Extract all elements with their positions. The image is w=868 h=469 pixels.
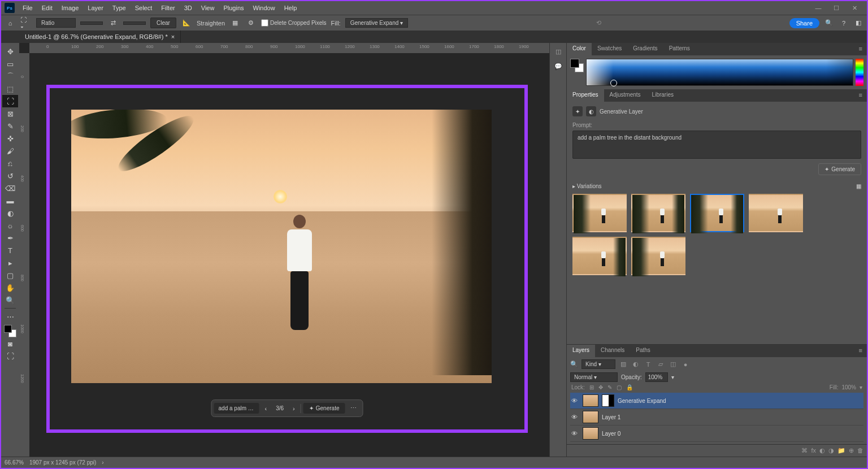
- menu-filter[interactable]: Filter: [157, 2, 179, 14]
- object-select-tool[interactable]: ⬚: [2, 82, 18, 95]
- clone-stamp-tool[interactable]: ⎌: [2, 157, 18, 170]
- prompt-input[interactable]: add a palm tree in the distant backgroun…: [572, 131, 861, 159]
- color-cursor[interactable]: [610, 80, 617, 86]
- straighten-icon[interactable]: 📐: [181, 18, 192, 29]
- workspace-icon[interactable]: ◧: [853, 18, 863, 28]
- taskbar-generate-button[interactable]: ✦ Generate: [303, 403, 345, 414]
- eraser-tool[interactable]: ⌫: [2, 182, 18, 194]
- undo-icon[interactable]: ⟲: [413, 19, 785, 27]
- lock-all-icon[interactable]: ⊞: [588, 384, 595, 390]
- layer-thumb[interactable]: [583, 394, 598, 407]
- new-group-icon[interactable]: 📁: [837, 447, 845, 454]
- swap-dims-icon[interactable]: ⇄: [107, 18, 119, 29]
- menu-view[interactable]: View: [197, 2, 219, 14]
- pen-tool[interactable]: ✒: [2, 232, 18, 244]
- menu-window[interactable]: Window: [249, 2, 280, 14]
- edit-toolbar[interactable]: ⋯: [2, 310, 18, 323]
- layers-panel-menu[interactable]: ≡: [854, 345, 867, 357]
- zoom-level[interactable]: 66.67%: [5, 459, 24, 466]
- clear-button[interactable]: Clear: [150, 18, 176, 28]
- layer-thumb[interactable]: [583, 427, 598, 440]
- tab-color[interactable]: Color: [567, 43, 592, 55]
- tab-layers[interactable]: Layers: [567, 345, 595, 357]
- layer-mask-thumb[interactable]: [602, 394, 614, 407]
- lock-position-icon[interactable]: ✥: [597, 384, 604, 390]
- marquee-tool[interactable]: ▭: [2, 58, 18, 70]
- filter-smart-icon[interactable]: ◫: [669, 360, 678, 369]
- tab-adjustments[interactable]: Adjustments: [604, 89, 646, 102]
- new-layer-icon[interactable]: ⊕: [849, 447, 854, 454]
- tab-swatches[interactable]: Swatches: [592, 43, 627, 55]
- help-icon[interactable]: ?: [839, 18, 849, 28]
- variations-grid-icon[interactable]: ▦: [856, 183, 861, 189]
- screenmode-tool[interactable]: ⛶: [2, 350, 18, 362]
- frame-tool[interactable]: ⊠: [2, 107, 18, 120]
- blend-mode-select[interactable]: Normal ▾: [570, 372, 618, 382]
- home-icon[interactable]: ⌂: [5, 18, 16, 29]
- close-icon[interactable]: ×: [171, 33, 175, 40]
- type-tool[interactable]: T: [2, 244, 18, 257]
- window-close[interactable]: ✕: [845, 5, 863, 12]
- color-field[interactable]: [586, 59, 853, 86]
- next-variation-button[interactable]: ›: [289, 403, 298, 414]
- document-tab[interactable]: Untitled-1 @ 66.7% (Generative Expand, R…: [19, 31, 181, 43]
- ratio-select[interactable]: Ratio: [36, 18, 76, 28]
- visibility-icon[interactable]: 👁: [571, 430, 579, 437]
- new-adjustment-icon[interactable]: ◑: [828, 447, 834, 454]
- tab-patterns[interactable]: Patterns: [663, 43, 696, 55]
- search-icon[interactable]: 🔍: [824, 18, 834, 28]
- variation-thumb-0[interactable]: [572, 194, 627, 232]
- ratio-h[interactable]: [123, 21, 146, 25]
- variation-thumb-2[interactable]: [690, 194, 744, 232]
- panel-icon-1[interactable]: ◫: [553, 46, 563, 57]
- menu-select[interactable]: Select: [131, 2, 157, 14]
- gradient-tool[interactable]: ▬: [2, 194, 18, 207]
- dodge-tool[interactable]: ☼: [2, 219, 18, 232]
- healing-tool[interactable]: ✜: [2, 132, 18, 145]
- layer-row-1[interactable]: 👁Layer 1: [570, 409, 863, 425]
- filter-toggle[interactable]: ●: [681, 360, 690, 369]
- variation-thumb-5[interactable]: [631, 237, 685, 275]
- tab-gradients[interactable]: Gradients: [627, 43, 663, 55]
- grid-overlay-icon[interactable]: ▦: [229, 18, 241, 29]
- canvas[interactable]: add a palm tre... ‹ 3/6 › ✦ Generate ⋯: [29, 53, 549, 457]
- filter-adjust-icon[interactable]: ◐: [631, 360, 640, 369]
- foreground-color[interactable]: [4, 325, 12, 333]
- menu-help[interactable]: Help: [280, 2, 302, 14]
- menu-layer[interactable]: Layer: [83, 2, 108, 14]
- visibility-icon[interactable]: 👁: [571, 397, 579, 404]
- layer-row-2[interactable]: 👁Layer 0: [570, 425, 863, 442]
- visibility-icon[interactable]: 👁: [571, 414, 579, 420]
- menu-type[interactable]: Type: [108, 2, 131, 14]
- tab-paths[interactable]: Paths: [630, 345, 656, 357]
- filter-type-icon[interactable]: T: [644, 360, 653, 369]
- layer-name[interactable]: Layer 1: [602, 414, 620, 420]
- variation-thumb-1[interactable]: [631, 194, 685, 232]
- lock-artboard-icon[interactable]: ▢: [615, 384, 623, 390]
- color-swatches[interactable]: [4, 325, 16, 337]
- hue-slider[interactable]: [856, 59, 863, 86]
- tab-properties[interactable]: Properties: [567, 89, 604, 102]
- link-layers-icon[interactable]: ⌘: [801, 447, 808, 454]
- tab-libraries[interactable]: Libraries: [646, 89, 679, 102]
- fill-mode-select[interactable]: Generative Expand ▾: [345, 18, 408, 28]
- crop-tool-icon[interactable]: ⛶ ▾: [20, 18, 32, 29]
- lock-pixel-icon[interactable]: ✎: [606, 384, 613, 390]
- zoom-tool[interactable]: 🔍: [2, 294, 18, 306]
- variation-thumb-4[interactable]: [572, 237, 627, 275]
- move-tool[interactable]: ✥: [2, 45, 18, 58]
- blur-tool[interactable]: ◐: [2, 207, 18, 219]
- quickmask-tool[interactable]: ◙: [2, 337, 18, 350]
- filter-pixel-icon[interactable]: ▨: [619, 360, 628, 369]
- color-swatch-pair[interactable]: [570, 59, 584, 86]
- taskbar-prompt[interactable]: add a palm tre...: [214, 403, 259, 414]
- generate-button[interactable]: ✦ Generate: [818, 163, 861, 175]
- path-select-tool[interactable]: ▸: [2, 257, 18, 269]
- properties-panel-menu[interactable]: ≡: [854, 89, 867, 102]
- history-brush-tool[interactable]: ↺: [2, 170, 18, 182]
- layer-row-0[interactable]: 👁Generative Expand: [570, 393, 863, 409]
- panel-icon-2[interactable]: 💬: [553, 61, 563, 71]
- crop-tool[interactable]: ⛶: [2, 95, 18, 107]
- menu-edit[interactable]: Edit: [37, 2, 57, 14]
- share-button[interactable]: Share: [789, 18, 819, 28]
